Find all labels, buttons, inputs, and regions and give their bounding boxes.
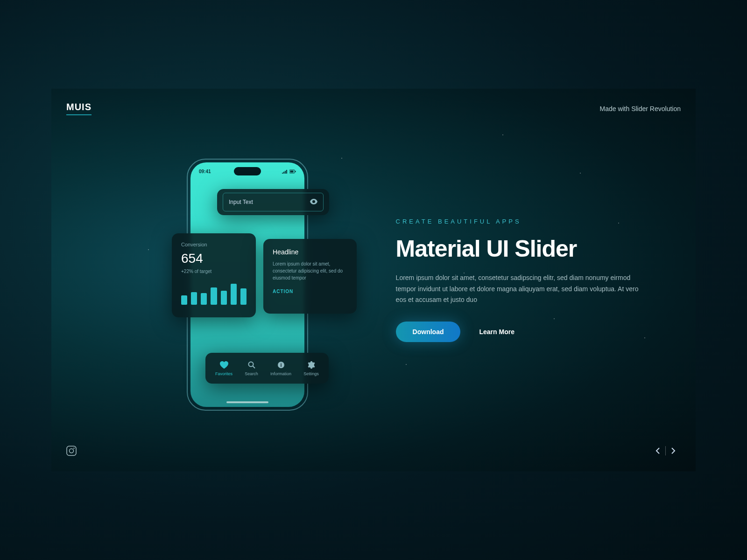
input-card: Input Text: [217, 189, 329, 215]
input-text-field[interactable]: Input Text: [223, 193, 324, 211]
hero-slider: MUIS Made with Slider Revolution 09:41: [51, 89, 696, 471]
svg-text:i: i: [280, 362, 282, 368]
input-placeholder: Input Text: [229, 199, 253, 205]
nav-settings[interactable]: Settings: [303, 361, 319, 376]
hero-eyebrow: CREATE BEAUTIFUL APPS: [396, 218, 658, 225]
instagram-icon[interactable]: [66, 446, 77, 456]
svg-line-4: [253, 366, 255, 368]
svg-rect-1: [290, 170, 294, 172]
svg-point-3: [248, 362, 253, 366]
nav-label: Favorites: [215, 371, 233, 376]
nav-label: Search: [245, 371, 258, 376]
svg-rect-7: [67, 446, 76, 455]
home-indicator: [226, 401, 268, 403]
download-button[interactable]: Download: [396, 322, 461, 342]
svg-point-9: [73, 448, 74, 448]
nav-favorites[interactable]: Favorites: [215, 361, 233, 376]
slider-next[interactable]: [666, 443, 681, 458]
headline-card: Headline Lorem ipsum dolor sit amet, con…: [263, 239, 357, 314]
nav-search[interactable]: Search: [245, 361, 258, 376]
stat-bars: [181, 281, 247, 305]
nav-label: Settings: [303, 371, 319, 376]
card-action[interactable]: ACTION: [273, 289, 347, 294]
heart-icon: [220, 361, 228, 369]
eye-icon[interactable]: [310, 199, 317, 206]
card-body: Lorem ipsum dolor sit amet, consectetur …: [273, 260, 347, 281]
slider-prev[interactable]: [650, 443, 665, 458]
bottom-nav: Favorites Search i Information: [205, 353, 329, 384]
phone-status-icons: [282, 169, 296, 174]
learn-more-button[interactable]: Learn More: [479, 328, 514, 336]
search-icon: [247, 361, 256, 369]
card-headline: Headline: [273, 248, 347, 256]
svg-point-8: [70, 449, 74, 453]
hero-body: Lorem ipsum dolor sit amet, consetetur s…: [396, 273, 648, 306]
slider-nav: [650, 443, 681, 458]
gear-icon: [307, 361, 316, 369]
stat-label: Conversion: [181, 242, 247, 247]
nav-label: Information: [270, 371, 291, 376]
stat-card: Conversion 654 +22% of target: [172, 233, 256, 317]
nav-information[interactable]: i Information: [270, 361, 291, 376]
stat-value: 654: [181, 251, 247, 266]
phone-time: 09:41: [199, 169, 211, 174]
svg-rect-2: [295, 171, 296, 172]
stat-sub: +22% of target: [181, 269, 247, 274]
hero-headline: Material UI Slider: [396, 235, 658, 262]
info-icon: i: [277, 361, 285, 369]
